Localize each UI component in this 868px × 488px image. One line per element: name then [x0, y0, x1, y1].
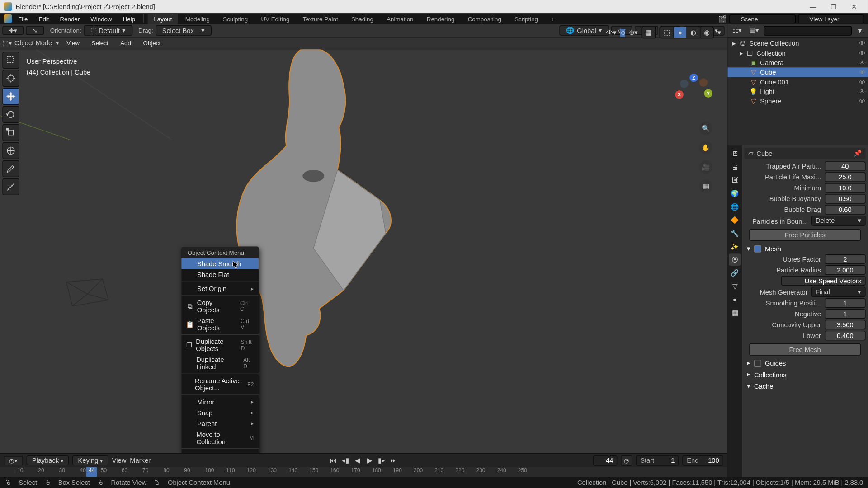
prop-value[interactable]: 1 — [825, 298, 866, 308]
shading-rendered[interactable]: ◉ — [700, 27, 713, 38]
drag-dd[interactable]: Select Box▾ — [156, 25, 211, 36]
transform-space-dd[interactable]: 🌐Global▾ — [560, 25, 609, 36]
free-particles-button[interactable]: Free Particles — [749, 229, 861, 241]
workspace-texture[interactable]: Texture Paint — [297, 14, 344, 24]
ctx-mirror[interactable]: Mirror — [181, 396, 259, 407]
ctx-shade-smooth[interactable]: Shade Smooth — [181, 258, 259, 269]
orientation-dd[interactable]: ⬚Default▾ — [84, 25, 132, 36]
tab-constraints[interactable]: 🔗 — [729, 267, 741, 279]
free-mesh-button[interactable]: Free Mesh — [749, 343, 861, 356]
prop-value[interactable]: 1 — [825, 309, 866, 319]
select-menu[interactable]: Select — [87, 38, 113, 47]
timeline-editor-dd[interactable]: ◷▾ — [4, 456, 23, 465]
guides-section[interactable]: ▸Guides — [747, 359, 866, 367]
workspace-shading[interactable]: Shading — [345, 14, 380, 24]
particles-bound-dd[interactable]: Delete▾ — [811, 216, 866, 226]
outliner-row[interactable]: ▸⛁Scene Collection👁 — [727, 38, 868, 48]
ortho-icon[interactable]: ▦ — [699, 179, 712, 192]
mode-dd[interactable]: Object Mode▾ — [14, 39, 59, 47]
outliner-row[interactable]: ▣Camera👁 — [727, 58, 868, 67]
scene-field[interactable]: Scene — [729, 14, 796, 23]
workspace-add[interactable]: + — [545, 14, 561, 24]
view-menu[interactable]: View — [61, 38, 84, 47]
outliner-search[interactable] — [764, 26, 852, 35]
ctx-snap[interactable]: Snap — [181, 407, 259, 418]
editor-type-dd[interactable]: ⬚▾ — [2, 39, 12, 47]
tab-viewlayer[interactable]: 🖼 — [729, 174, 741, 186]
end-frame-field[interactable]: End100 — [683, 455, 723, 465]
tab-output[interactable]: 🖨 — [729, 161, 741, 173]
guides-checkbox[interactable] — [754, 359, 761, 366]
outliner-row[interactable]: ▽Sphere👁 — [727, 96, 868, 106]
tab-modifiers[interactable]: 🔧 — [729, 227, 741, 239]
playback-dd[interactable]: Playback ▾ — [27, 455, 69, 465]
workspace-uv[interactable]: UV Editing — [255, 14, 296, 24]
navigation-gizmo[interactable]: Z Y X — [674, 74, 712, 112]
maximize-button[interactable]: ☐ — [823, 0, 844, 13]
shading-solid[interactable]: ● — [673, 27, 686, 38]
menu-file[interactable]: File — [13, 14, 33, 23]
tab-physics[interactable]: ⦿ — [729, 253, 741, 266]
axis-x[interactable]: X — [675, 90, 684, 99]
prop-value[interactable]: 0.60 — [825, 205, 866, 214]
current-frame-marker[interactable]: 44 — [86, 467, 97, 477]
pin-icon[interactable]: 📌 — [854, 150, 862, 157]
mesh-section[interactable]: ▾Mesh — [747, 244, 866, 252]
ctx-parent[interactable]: Parent — [181, 418, 259, 429]
axis-z[interactable]: Z — [689, 74, 698, 82]
eye-icon[interactable]: 👁 — [859, 40, 866, 47]
pan-icon[interactable]: ✋ — [699, 141, 712, 154]
shading-wire[interactable]: ⬚ — [660, 27, 673, 38]
shading-matprev[interactable]: ◐ — [687, 27, 700, 38]
select-box-tool[interactable] — [2, 52, 19, 69]
tab-render[interactable]: 🖥 — [729, 148, 741, 160]
menu-edit[interactable]: Edit — [34, 14, 54, 23]
overlay-toggle[interactable]: ⊕▾ — [629, 28, 638, 36]
minimize-button[interactable]: — — [803, 0, 823, 13]
disclosure-icon[interactable]: ▸ — [740, 49, 743, 57]
axis-neg[interactable] — [699, 78, 708, 87]
timeline-ruler[interactable]: 1020304050607080901001101201301401501601… — [0, 467, 727, 477]
outliner-row[interactable]: 💡Light👁 — [727, 87, 868, 96]
3d-viewport[interactable]: User Perspective (44) Collection | Cube … — [0, 49, 727, 453]
ctx-rename-active-object-[interactable]: Rename Active Object...F2 — [181, 375, 259, 394]
eye-icon[interactable]: 👁 — [859, 78, 866, 85]
tab-material[interactable]: ● — [729, 293, 741, 305]
camera-icon[interactable]: 🎥 — [699, 160, 712, 174]
outliner-row[interactable]: ▸☐Collection👁 — [727, 48, 868, 58]
eye-icon[interactable]: 👁 — [859, 98, 866, 105]
outliner-row[interactable]: ▽Cube👁 — [727, 67, 868, 77]
close-button[interactable]: ✕ — [844, 0, 864, 13]
eye-icon[interactable]: 👁 — [859, 69, 866, 76]
speed-vectors-toggle[interactable]: Use Speed Vectors — [781, 276, 866, 286]
tab-texture[interactable]: ▦ — [729, 307, 741, 319]
menu-window[interactable]: Window — [86, 14, 117, 23]
collections-section[interactable]: ▸Collections — [747, 371, 866, 378]
ctx-duplicate-linked[interactable]: Duplicate LinkedAlt D — [181, 354, 259, 372]
jump-start[interactable]: ⏮ — [328, 455, 339, 465]
tab-scene[interactable]: 🌍 — [729, 188, 741, 200]
ctx-duplicate-objects[interactable]: ❐Duplicate ObjectsShift D — [181, 336, 259, 354]
eye-icon[interactable]: 👁 — [859, 49, 866, 56]
prop-value[interactable]: 0.400 — [825, 331, 866, 340]
workspace-animation[interactable]: Animation — [381, 14, 420, 24]
axis-neg2[interactable] — [680, 80, 689, 88]
mesh-generator-dd[interactable]: Final▾ — [811, 287, 866, 297]
workspace-rendering[interactable]: Rendering — [420, 14, 460, 24]
prop-value[interactable]: 10.0 — [825, 183, 866, 192]
timeline-marker[interactable]: Marker — [130, 457, 151, 464]
ctx-shade-flat[interactable]: Shade Flat — [181, 269, 259, 280]
next-key[interactable]: ▮▸ — [376, 455, 387, 465]
cache-section[interactable]: ▾Cache — [747, 382, 866, 389]
mesh-checkbox[interactable] — [754, 245, 761, 252]
measure-tool[interactable] — [2, 178, 19, 195]
add-menu[interactable]: Add — [116, 38, 136, 47]
play[interactable]: ▶ — [364, 455, 375, 465]
timeline-view[interactable]: View — [112, 457, 127, 464]
outliner-editor-dd[interactable]: ☷▾ — [730, 26, 745, 35]
workspace-layout[interactable]: Layout — [148, 14, 178, 24]
tab-world[interactable]: 🌐 — [729, 201, 741, 213]
ctx-paste-objects[interactable]: 📋Paste ObjectsCtrl V — [181, 315, 259, 333]
ctx-move-to-collection[interactable]: Move to CollectionM — [181, 429, 259, 447]
outliner-row[interactable]: ▽Cube.001👁 — [727, 77, 868, 87]
